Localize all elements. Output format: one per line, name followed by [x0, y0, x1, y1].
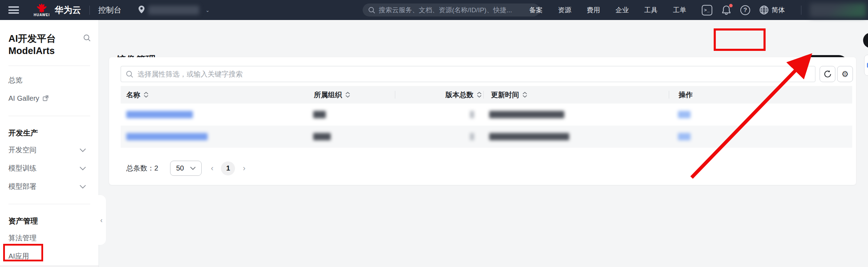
- sort-icon[interactable]: [522, 92, 527, 98]
- sidebar-item-dev-space[interactable]: 开发空间: [0, 141, 99, 159]
- column-header-organization[interactable]: 所属组织: [314, 90, 350, 100]
- updated-time-cell-redacted: [489, 133, 569, 140]
- page-size-select[interactable]: 50: [170, 161, 202, 176]
- sidebar-item-model-deploy[interactable]: 模型部署: [0, 177, 99, 195]
- organization-cell-redacted: [313, 111, 326, 118]
- sidebar-title: AI开发平台 ModelArts: [8, 33, 90, 57]
- column-divider: [669, 91, 669, 99]
- sort-icon[interactable]: [345, 92, 350, 98]
- column-header-updated-time[interactable]: 更新时间: [491, 90, 527, 100]
- sidebar-section-assets: 资产管理: [0, 213, 99, 229]
- filter-search-input[interactable]: [137, 70, 804, 78]
- next-page-button[interactable]: ›: [243, 164, 245, 173]
- external-link-icon: [42, 95, 49, 101]
- chevron-down-icon: [80, 182, 86, 191]
- floating-toolbar-partial[interactable]: [864, 55, 868, 76]
- search-icon: [368, 7, 375, 14]
- chevron-left-icon: ‹: [100, 216, 103, 224]
- action-link-redacted[interactable]: [678, 133, 691, 140]
- divider: [8, 204, 90, 204]
- huawei-logo[interactable]: HUAWEI: [34, 3, 50, 17]
- table-row[interactable]: [121, 104, 852, 126]
- column-header-name[interactable]: 名称: [126, 90, 149, 100]
- image-list-panel: ⚙ 名称 所属组织: [109, 57, 856, 185]
- hamburger-menu-icon[interactable]: [8, 6, 19, 14]
- divider: [8, 116, 90, 116]
- nav-link-tickets[interactable]: 工单: [673, 6, 686, 15]
- version-count-cell-redacted: [470, 111, 474, 118]
- total-count-label: 总条数：2: [126, 163, 158, 173]
- account-menu-redacted[interactable]: [810, 3, 866, 17]
- image-name-link-redacted[interactable]: [126, 111, 193, 118]
- region-caret-icon[interactable]: ⌄: [206, 7, 210, 13]
- nav-link-resources[interactable]: 资源: [558, 6, 571, 15]
- globe-icon: [759, 5, 769, 15]
- sort-icon[interactable]: [477, 92, 482, 98]
- table-row[interactable]: [121, 126, 852, 148]
- nav-link-enterprise[interactable]: 企业: [615, 6, 629, 15]
- sort-icon[interactable]: [143, 92, 149, 98]
- console-link[interactable]: 控制台: [98, 5, 121, 15]
- sidebar-item-overview[interactable]: 总览: [0, 71, 99, 89]
- sidebar: AI开发平台 ModelArts 总览 AI Gallery: [0, 20, 99, 267]
- prev-page-button[interactable]: ‹: [211, 164, 213, 173]
- chevron-down-icon: [190, 167, 196, 170]
- help-icon: ?: [740, 5, 750, 15]
- nav-divider: [801, 6, 801, 15]
- search-icon: [126, 71, 133, 78]
- current-page-button[interactable]: 1: [221, 161, 235, 175]
- global-search-input[interactable]: [379, 6, 530, 14]
- image-name-link-redacted[interactable]: [126, 133, 208, 140]
- huawei-logo-text: HUAWEI: [34, 13, 50, 17]
- refresh-button[interactable]: [820, 66, 835, 82]
- column-divider: [483, 91, 484, 99]
- column-divider: [395, 91, 395, 99]
- terminal-icon: >_: [702, 5, 712, 15]
- sidebar-section-dev: 开发生产: [0, 125, 99, 141]
- divider: [8, 66, 90, 66]
- nav-link-beian[interactable]: 备案: [529, 6, 543, 15]
- table-header-row: 名称 所属组织 版本总数: [121, 86, 852, 104]
- global-search[interactable]: [363, 4, 540, 16]
- version-count-cell-redacted: [470, 133, 474, 140]
- cli-terminal-button[interactable]: >_: [702, 5, 712, 15]
- nav-divider: [89, 6, 90, 15]
- help-button[interactable]: ?: [740, 5, 750, 15]
- sidebar-item-image-management[interactable]: 镜像管理: [0, 265, 99, 267]
- pagination: 总条数：2 50 ‹ 1 ›: [126, 161, 245, 176]
- main-content: 镜像管理 PC PyCharm插件 ModelArts SDK 使用指南 注册镜…: [99, 20, 868, 267]
- notification-badge: [729, 4, 733, 7]
- organization-cell-redacted: [313, 133, 331, 140]
- modelarts-image-management-screen: HUAWEI 华为云 控制台 ⌄ 备案 资源 费用 企业 工具 工单: [0, 0, 868, 267]
- sidebar-collapse-handle[interactable]: ‹: [97, 195, 106, 245]
- action-link-redacted[interactable]: [678, 111, 691, 118]
- sidebar-item-algorithm-management[interactable]: 算法管理: [0, 229, 99, 247]
- region-selector-redacted[interactable]: [148, 6, 199, 15]
- language-switcher[interactable]: 简体: [759, 5, 785, 15]
- top-navbar: HUAWEI 华为云 控制台 ⌄ 备案 资源 费用 企业 工具 工单: [0, 0, 868, 20]
- chevron-down-icon: [80, 164, 86, 172]
- table-settings-button[interactable]: ⚙: [837, 66, 853, 82]
- chevron-down-icon: [80, 146, 86, 154]
- nav-link-billing[interactable]: 费用: [587, 6, 600, 15]
- images-table: 名称 所属组织 版本总数: [121, 86, 852, 148]
- gear-icon: ⚙: [841, 69, 849, 79]
- language-label: 简体: [772, 6, 785, 15]
- sidebar-item-ai-gallery[interactable]: AI Gallery: [0, 89, 99, 107]
- filter-search-bar[interactable]: [121, 66, 815, 82]
- nav-link-tools[interactable]: 工具: [644, 6, 658, 15]
- refresh-icon: [823, 69, 832, 79]
- brand-name[interactable]: 华为云: [55, 4, 81, 16]
- sidebar-item-ai-application[interactable]: AI应用: [0, 247, 99, 265]
- updated-time-cell-redacted: [489, 111, 564, 118]
- huawei-flower-icon: [35, 3, 48, 14]
- notifications-button[interactable]: [721, 5, 731, 15]
- sidebar-item-model-training[interactable]: 模型训练: [0, 159, 99, 177]
- sidebar-search-icon[interactable]: [83, 34, 91, 43]
- column-header-actions: 操作: [679, 90, 693, 100]
- region-pin-icon: [138, 5, 145, 15]
- column-header-version-count[interactable]: 版本总数: [438, 90, 482, 100]
